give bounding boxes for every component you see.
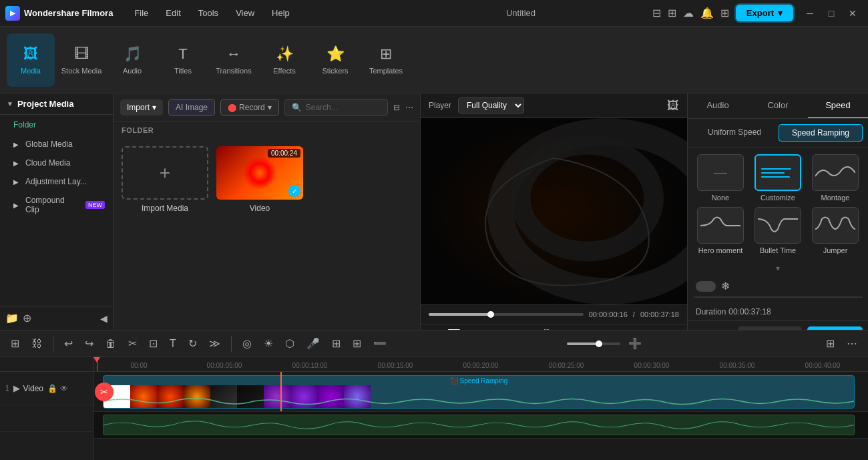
transitions-label: Transitions — [216, 67, 251, 75]
toolbar-stickers[interactable]: ⭐ Stickers — [311, 33, 359, 87]
motion-button[interactable]: ◎ — [238, 334, 256, 353]
titles-icon: T — [178, 45, 187, 63]
quality-select[interactable]: Full Quality 1/2 Quality 1/4 Quality — [458, 97, 524, 113]
zoom-dot — [596, 340, 602, 347]
titlebar-icons: ⊟ ⊞ ☁ 🔔 ⊞ — [652, 7, 729, 19]
import-media-item[interactable]: + Import Media — [122, 146, 208, 322]
mask-button[interactable]: ⬡ — [281, 334, 298, 353]
window-minimize-button[interactable]: ─ — [800, 3, 820, 23]
import-button[interactable]: Import ▾ — [120, 99, 163, 116]
freeze-toggle[interactable] — [696, 281, 716, 292]
sidebar-folder[interactable]: Folder — [0, 115, 113, 135]
search-box[interactable]: 🔍 Search... — [284, 99, 388, 116]
player-visual — [421, 118, 687, 304]
total-time: 00:00:37:18 — [640, 310, 679, 318]
more-effects-button[interactable]: ≫ — [205, 334, 224, 353]
montage-wave — [815, 163, 855, 183]
sidebar-item-adjustment-layer[interactable]: ▶ Adjustment Lay... — [0, 172, 113, 191]
speed-option-hero[interactable]: Hero moment — [694, 207, 746, 254]
zoom-slider[interactable] — [567, 342, 620, 345]
cut-button[interactable]: ✂ — [124, 334, 141, 353]
media-panel: Import ▾ AI Image ⬤ Record ▾ 🔍 Search...… — [114, 93, 421, 330]
menu-file[interactable]: File — [126, 5, 156, 21]
grid-icon: ⊞ — [720, 7, 729, 19]
subtab-speed-ramping[interactable]: Speed Ramping — [779, 124, 863, 142]
ruler-mark-15: 00:00:15:00 — [353, 362, 438, 369]
current-time: 00:00:00:16 — [589, 310, 628, 318]
speed-option-jumper[interactable]: Jumper — [809, 207, 861, 254]
toolbar-titles[interactable]: T Titles — [159, 33, 207, 87]
speed-option-none[interactable]: — None — [694, 154, 746, 202]
timeline-tracks: 00:00 00:00:05:00 00:00:10:00 00:00:15:0… — [93, 357, 868, 460]
voiceover-button[interactable]: 🎤 — [302, 334, 324, 353]
redo-button[interactable]: ↪ — [81, 334, 97, 353]
more-options-chevron[interactable]: ▾ — [688, 261, 868, 276]
more-timeline-options[interactable]: ⋯ — [843, 334, 861, 353]
duration-value: 00:00:37:18 — [728, 307, 771, 316]
video-clip[interactable]: ⬛ Speed Ramping — [103, 375, 855, 409]
delete-button[interactable]: 🗑 — [101, 335, 120, 353]
toolbar-transitions[interactable]: ↔ Transitions — [210, 33, 258, 87]
sidebar-item-cloud-media[interactable]: ▶ Cloud Media — [0, 154, 113, 172]
record-button[interactable]: ⬤ Record ▾ — [220, 99, 279, 116]
video-media-item[interactable]: 00:00:24 ✓ Video — [216, 146, 303, 322]
cut-tool-icon[interactable]: ✂ — [95, 383, 114, 401]
link-button[interactable]: ⛓ — [27, 335, 46, 353]
tab-speed[interactable]: Speed — [808, 93, 868, 118]
app-logo-icon: ▶ — [5, 6, 20, 21]
filter-icon[interactable]: ⊟ — [393, 103, 400, 112]
window-restore-button[interactable]: □ — [821, 3, 841, 23]
toolbar-effects[interactable]: ✨ Effects — [260, 33, 308, 87]
zoom-controls — [567, 342, 620, 345]
timeline-content: 1 ▶ Video 🔒 👁 00:00 00:00: — [0, 357, 868, 460]
audio-clip — [103, 415, 855, 435]
snap-button[interactable]: ⊞ — [7, 334, 23, 353]
rotate-button[interactable]: ↻ — [184, 334, 201, 353]
text-button[interactable]: T — [166, 335, 180, 353]
menu-help[interactable]: Help — [264, 5, 298, 21]
duration-label: Duration — [696, 307, 726, 316]
multi-clip-button[interactable]: ⊞ — [349, 334, 365, 353]
eye-icon[interactable]: 👁 — [60, 384, 68, 393]
tab-audio[interactable]: Audio — [688, 93, 748, 118]
speed-thumb-hero — [697, 207, 744, 244]
player-viewport — [421, 118, 687, 304]
speed-option-bullet[interactable]: Bullet Time — [752, 207, 804, 254]
sidebar-item-compound-clip[interactable]: ▶ Compound Clip NEW — [0, 191, 113, 219]
sidebar-header: ▼ Project Media — [0, 93, 113, 115]
new-folder-icon[interactable]: ⊕ — [23, 312, 31, 324]
subtab-uniform-speed[interactable]: Uniform Speed — [693, 124, 776, 142]
layout-button[interactable]: ⊞ — [822, 334, 839, 353]
toolbar-media[interactable]: 🖼 Media — [7, 33, 55, 87]
menu-edit[interactable]: Edit — [158, 5, 188, 21]
crop-button[interactable]: ⊡ — [145, 334, 162, 353]
toolbar-templates[interactable]: ⊞ Templates — [362, 33, 410, 87]
speed-option-montage[interactable]: Montage — [809, 154, 861, 202]
toolbar-audio[interactable]: 🎵 Audio — [108, 33, 156, 87]
ai-image-button[interactable]: AI Image — [168, 99, 215, 116]
color-adjust-button[interactable]: ☀ — [260, 334, 277, 353]
more-options-icon[interactable]: ⋯ — [405, 103, 413, 112]
lock-icon[interactable]: 🔒 — [47, 384, 57, 393]
sidebar-item-global-media[interactable]: ▶ Global Media — [0, 135, 113, 154]
export-button[interactable]: Export ▾ — [736, 5, 793, 21]
ruler-mark-30: 00:00:30:00 — [609, 362, 694, 369]
media-icon: 🖼 — [23, 45, 38, 63]
auto-beat-button[interactable]: ⊞ — [328, 334, 345, 353]
undo-button[interactable]: ↩ — [60, 334, 77, 353]
window-close-button[interactable]: ✕ — [843, 3, 863, 23]
import-placeholder[interactable]: + — [122, 146, 208, 200]
add-folder-icon[interactable]: 📁 — [5, 312, 19, 324]
progress-bar[interactable] — [429, 313, 584, 316]
speed-hero-label: Hero moment — [698, 246, 743, 254]
speed-option-customize[interactable]: Customize — [752, 154, 804, 202]
plus-zoom-button[interactable]: ➕ — [624, 334, 646, 353]
menu-view[interactable]: View — [228, 5, 262, 21]
clip-waveform — [103, 395, 854, 408]
toolbar-stock-media[interactable]: 🎞 Stock Media — [57, 33, 105, 87]
menu-tools[interactable]: Tools — [190, 5, 226, 21]
sidebar-collapse-icon[interactable]: ▼ — [7, 100, 13, 107]
minus-zoom-button[interactable]: ➖ — [369, 334, 391, 353]
collapse-sidebar-icon[interactable]: ◀ — [100, 313, 107, 324]
tab-color[interactable]: Color — [748, 93, 808, 118]
